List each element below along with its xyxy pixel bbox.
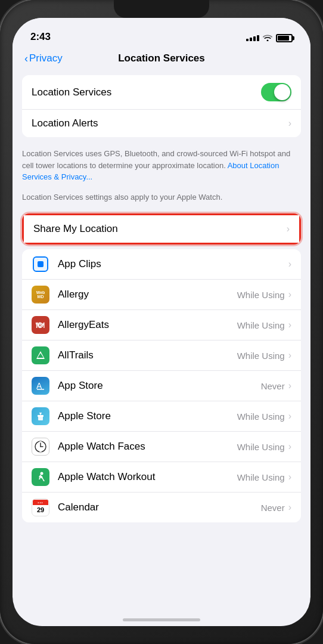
location-alerts-row[interactable]: Location Alerts ›: [22, 110, 301, 137]
location-alerts-label: Location Alerts: [32, 117, 98, 129]
allergyeats-svg: 🍽: [35, 320, 46, 330]
list-item[interactable]: A App Store Never ›: [22, 371, 301, 401]
applestore-name: Apple Store: [58, 410, 237, 422]
battery-icon: [276, 34, 293, 42]
list-item[interactable]: AllTrails While Using ›: [22, 340, 301, 371]
status-icons: [246, 33, 293, 43]
share-location-label: Share My Location: [33, 223, 118, 235]
svg-text:🍽: 🍽: [36, 320, 45, 330]
applewatchfaces-permission: While Using: [237, 442, 285, 452]
applestore-permission: While Using: [237, 411, 285, 422]
phone-screen: 2:43: [13, 18, 310, 626]
app-clips-name: App Clips: [58, 258, 285, 270]
alltrails-name: AllTrails: [58, 349, 237, 361]
home-indicator[interactable]: [123, 618, 200, 621]
list-item[interactable]: Apple Watch Workout While Using ›: [22, 462, 301, 493]
svg-rect-9: [39, 440, 42, 442]
share-location-row[interactable]: Share My Location ›: [24, 215, 299, 243]
applewatchworkout-name: Apple Watch Workout: [58, 471, 237, 483]
list-item[interactable]: WebMD Allergy While Using ›: [22, 280, 301, 310]
share-location-chevron-icon: ›: [287, 224, 290, 234]
nav-bar: ‹ Privacy Location Services: [13, 48, 310, 70]
allergyeats-chevron-icon: ›: [288, 320, 291, 330]
applestore-chevron-icon: ›: [288, 411, 291, 422]
list-item[interactable]: 🍽 AllergyEats While Using ›: [22, 310, 301, 340]
location-services-label: Location Services: [32, 86, 111, 98]
app-clips-chevron-icon: ›: [288, 259, 291, 270]
svg-rect-5: [38, 415, 44, 417]
back-button[interactable]: ‹ Privacy: [24, 52, 63, 65]
applewatchfaces-chevron-icon: ›: [288, 441, 291, 452]
description-block: Location Services uses GPS, Bluetooth, a…: [13, 142, 310, 187]
list-item[interactable]: Apple Watch Faces While Using ›: [22, 432, 301, 462]
status-time: 2:43: [30, 31, 51, 43]
applestore-icon: [32, 407, 49, 425]
list-item[interactable]: App Clips ›: [22, 249, 301, 280]
notch: [114, 0, 209, 18]
toggle-knob: [274, 84, 290, 100]
wifi-icon: [263, 33, 272, 43]
location-services-toggle[interactable]: [261, 83, 291, 101]
applewatchworkout-icon: [32, 468, 49, 486]
appstore-chevron-icon: ›: [288, 380, 291, 391]
location-services-card: Location Services Location Alerts ›: [22, 75, 301, 137]
back-chevron-icon: ‹: [24, 52, 28, 65]
appstore-permission: Never: [261, 381, 285, 391]
bottom-spacer: [13, 527, 310, 545]
status-bar: 2:43: [13, 18, 310, 48]
back-label: Privacy: [29, 52, 63, 64]
alltrails-permission: While Using: [237, 351, 285, 361]
allergy-icon: WebMD: [32, 286, 49, 304]
list-item[interactable]: ••• 29 Calendar Never ›: [22, 493, 301, 522]
allergy-chevron-icon: ›: [288, 289, 291, 300]
svg-rect-10: [39, 451, 42, 453]
appstore-name: App Store: [58, 380, 261, 392]
svg-rect-4: [38, 416, 43, 420]
calendar-name: Calendar: [58, 501, 261, 513]
calendar-icon: ••• 29: [32, 499, 49, 516]
location-alerts-chevron-icon: ›: [288, 118, 291, 129]
app-list-card: App Clips › WebMD Allergy While Using ›: [22, 249, 301, 522]
allergyeats-permission: While Using: [237, 320, 285, 330]
calendar-permission: Never: [261, 503, 285, 513]
allergyeats-name: AllergyEats: [58, 319, 237, 331]
location-services-row[interactable]: Location Services: [22, 75, 301, 110]
allergy-name: Allergy: [58, 289, 237, 301]
svg-point-11: [41, 472, 44, 475]
content-area: Location Services Location Alerts › Loca…: [13, 70, 310, 597]
list-item[interactable]: Apple Store While Using ›: [22, 401, 301, 432]
alltrails-chevron-icon: ›: [288, 350, 291, 361]
calendar-chevron-icon: ›: [288, 502, 291, 513]
allergyeats-icon: 🍽: [32, 316, 49, 334]
app-clips-icon: [32, 255, 49, 273]
page-title: Location Services: [118, 52, 205, 64]
phone-frame: 2:43: [0, 0, 323, 644]
battery-fill: [278, 36, 289, 41]
appstore-icon: A: [32, 377, 49, 395]
share-location-card[interactable]: Share My Location ›: [22, 213, 301, 244]
applewatchfaces-icon: [32, 438, 49, 456]
alltrails-icon: [32, 346, 49, 364]
applewatchworkout-permission: While Using: [237, 472, 285, 482]
applewatchfaces-name: Apple Watch Faces: [58, 441, 237, 453]
applewatchworkout-chevron-icon: ›: [288, 472, 291, 482]
allergy-permission: While Using: [237, 290, 285, 300]
description-secondary: Location Services settings also apply to…: [13, 187, 310, 209]
signal-bars-icon: [246, 35, 259, 41]
